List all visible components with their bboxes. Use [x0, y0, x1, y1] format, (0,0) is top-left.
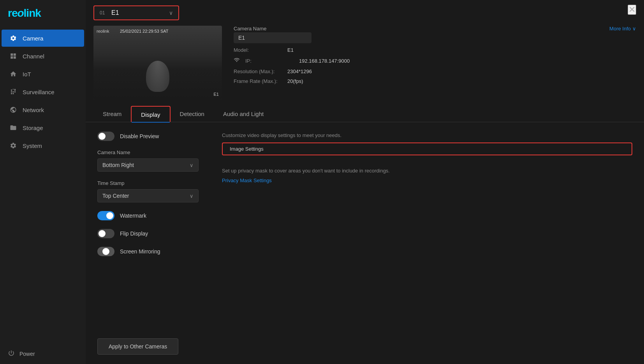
camera-name-setting-group: Camera Name Bottom Right ∨ — [97, 149, 199, 172]
sidebar-item-camera-label: Camera — [23, 35, 43, 42]
main-content: ✕ 01 E1 ∨ reolink 25/02/2021 22:29:53 SA… — [86, 0, 644, 364]
camera-number: 01 — [100, 10, 107, 16]
watermark-label: Watermark — [120, 213, 146, 219]
model-value: E1 — [287, 47, 294, 53]
camera-name-section: Camera Name — [234, 26, 311, 43]
left-settings: Disable Preview Camera Name Bottom Right… — [97, 132, 199, 323]
sidebar-item-iot-label: IoT — [23, 71, 31, 77]
ip-value: 192.168.178.147:9000 — [299, 58, 350, 64]
sidebar-item-network-label: Network — [23, 107, 44, 113]
sidebar-item-storage-label: Storage — [23, 125, 43, 131]
sidebar-item-network[interactable]: Network — [2, 101, 84, 118]
model-row: Model: E1 — [234, 47, 636, 53]
flip-display-toggle[interactable] — [97, 229, 114, 238]
screen-mirroring-toggle[interactable] — [97, 247, 114, 256]
screen-mirroring-row: Screen Mirroring — [97, 247, 199, 256]
resolution-row: Resolution (Max.): 2304*1296 — [234, 69, 636, 74]
folder-icon — [9, 124, 17, 132]
gear-icon — [9, 142, 17, 149]
video-cam-label: E1 — [214, 92, 219, 97]
sidebar-item-surveillance-label: Surveillance — [23, 89, 55, 95]
camera-name-selected: Bottom Right — [102, 162, 134, 168]
disable-preview-label: Disable Preview — [120, 133, 159, 139]
video-preview: reolink 25/02/2021 22:29:53 SAT E1 — [93, 26, 222, 100]
grid-icon — [9, 52, 17, 60]
apply-btn-area: Apply to Other Cameras — [86, 332, 644, 364]
framerate-label: Frame Rate (Max.): — [234, 78, 284, 84]
camera-icon — [9, 34, 17, 42]
camera-name-label: Camera Name — [234, 26, 311, 32]
tabs-bar: Stream Display Detection Audio and Light — [86, 106, 644, 122]
video-datetime: 25/02/2021 22:29:53 SAT — [120, 29, 169, 33]
sidebar-item-iot[interactable]: IoT — [2, 65, 84, 83]
settings-content: Disable Preview Camera Name Bottom Right… — [86, 122, 644, 332]
more-info-button[interactable]: More Info ∨ — [609, 26, 636, 32]
framerate-row: Frame Rate (Max.): 20(fps) — [234, 78, 636, 84]
image-settings-description: Customize video display settings to meet… — [222, 132, 632, 139]
sidebar-item-surveillance[interactable]: Surveillance — [2, 83, 84, 100]
flip-display-row: Flip Display — [97, 229, 199, 238]
ip-label: IP: — [245, 58, 296, 64]
camera-name-setting-label: Camera Name — [97, 149, 199, 155]
power-label: Power — [19, 351, 35, 357]
privacy-mask-description: Set up privacy mask to cover areas you d… — [222, 167, 632, 175]
framerate-value: 20(fps) — [287, 78, 303, 84]
tab-audio-light[interactable]: Audio and Light — [214, 106, 273, 122]
tab-detection[interactable]: Detection — [171, 106, 214, 122]
screen-mirroring-label: Screen Mirroring — [120, 248, 160, 255]
model-label: Model: — [234, 47, 284, 53]
chevron-down-icon: ∨ — [169, 10, 173, 16]
camera-name-dropdown[interactable]: Bottom Right ∨ — [97, 158, 199, 172]
chevron-down-icon: ∨ — [632, 26, 636, 32]
logo: reolink — [0, 0, 86, 26]
sidebar: reolink Camera Channel IoT — [0, 0, 86, 364]
tab-display[interactable]: Display — [131, 106, 170, 122]
resolution-label: Resolution (Max.): — [234, 69, 284, 74]
camera-details-panel: Camera Name More Info ∨ Model: E1 IP: 19… — [234, 26, 636, 100]
flip-display-label: Flip Display — [120, 230, 148, 237]
image-settings-box: Customize video display settings to meet… — [222, 132, 632, 155]
chevron-down-icon: ∨ — [190, 193, 194, 199]
watermark-row: Watermark — [97, 211, 199, 220]
home-icon — [9, 70, 17, 78]
sidebar-item-channel-label: Channel — [23, 53, 44, 60]
camera-dropdown[interactable]: 01 E1 ∨ — [93, 5, 179, 20]
apps-icon — [9, 88, 17, 96]
sidebar-item-system-label: System — [23, 142, 42, 149]
ip-row: IP: 192.168.178.147:9000 — [234, 57, 636, 65]
camera-name-dropdown: E1 — [111, 9, 165, 16]
disable-preview-row: Disable Preview — [97, 132, 199, 141]
sidebar-item-system[interactable]: System — [2, 137, 84, 154]
apply-to-other-cameras-button[interactable]: Apply to Other Cameras — [97, 338, 178, 355]
time-stamp-label: Time Stamp — [97, 180, 199, 186]
sidebar-item-storage[interactable]: Storage — [2, 119, 84, 136]
power-icon — [8, 350, 15, 358]
time-stamp-setting-group: Time Stamp Top Center ∨ — [97, 180, 199, 202]
privacy-mask-link[interactable]: Privacy Mask Settings — [222, 178, 632, 183]
close-button[interactable]: ✕ — [628, 5, 636, 15]
camera-name-input[interactable] — [234, 32, 311, 43]
tab-stream[interactable]: Stream — [93, 106, 131, 122]
wifi-icon — [234, 57, 240, 65]
power-button[interactable]: Power — [0, 343, 86, 364]
camera-info-area: reolink 25/02/2021 22:29:53 SAT E1 Camer… — [86, 26, 644, 106]
sidebar-item-camera[interactable]: Camera — [2, 30, 84, 47]
sidebar-item-channel[interactable]: Channel — [2, 47, 84, 65]
chevron-down-icon: ∨ — [190, 162, 194, 168]
time-stamp-selected: Top Center — [102, 193, 129, 199]
resolution-value: 2304*1296 — [287, 69, 312, 74]
privacy-mask-box: Set up privacy mask to cover areas you d… — [222, 167, 632, 184]
camera-selector-bar: 01 E1 ∨ — [86, 0, 644, 26]
globe-icon — [9, 106, 17, 114]
right-settings: Customize video display settings to meet… — [222, 132, 632, 323]
watermark-toggle[interactable] — [97, 211, 114, 220]
disable-preview-toggle[interactable] — [97, 132, 114, 141]
time-stamp-dropdown[interactable]: Top Center ∨ — [97, 189, 199, 202]
sidebar-nav: Camera Channel IoT Surveillance — [0, 26, 86, 343]
image-settings-button[interactable]: Image Settings — [222, 142, 632, 155]
video-brand-text: reolink — [97, 29, 109, 33]
